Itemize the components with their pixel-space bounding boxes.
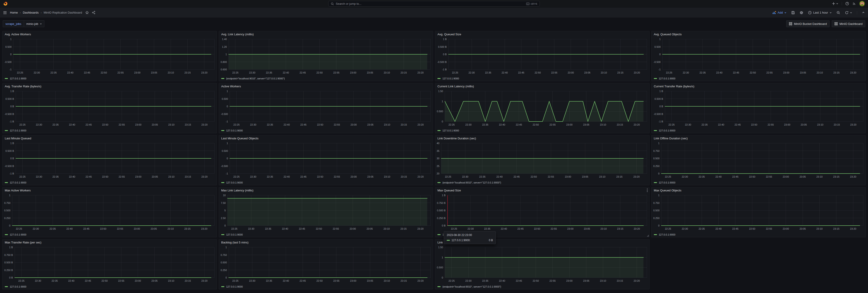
panel-title[interactable]: Avg. Queued Objects [654,33,682,36]
legend-series-label[interactable]: 127.0.0.1:9000 [10,77,26,80]
time-range-picker[interactable]: Last 1 hour [808,11,832,14]
new-button[interactable] [832,2,838,5]
legend-series-label[interactable]: 127.0.0.1:9000 [10,129,26,132]
panel-title[interactable]: Max Link Latency (millis) [221,189,253,192]
panel-chart[interactable]: 1.5010.500022:2522:3022:3522:4022:4522:5… [435,89,649,128]
legend-series-label[interactable]: 127.0.0.1:9000 [659,129,675,132]
legend-series-label[interactable]: 127.0.0.1:9000 [659,233,675,236]
legend-series-color[interactable] [5,286,8,287]
panel-chart[interactable]: 10.5000-0.500-122:2522:3022:3522:4022:45… [219,89,433,128]
panel-title[interactable]: Avg. Active Workers [5,33,31,36]
legend-series-label[interactable]: 127.0.0.1:9000 [10,181,26,184]
search-bar[interactable]: ctrl+k [328,1,540,6]
chart-canvas[interactable]: 1 B0.750 B0.500 B0.250 B0 B22:2522:3022:… [2,246,217,284]
chart-canvas[interactable]: 10.7500.5000.250022:2522:3022:3522:4022:… [652,141,866,180]
legend-series-color[interactable] [437,286,440,287]
help-button[interactable] [845,2,849,5]
panel-title[interactable]: Current Transfer Rate (bytes/s) [654,85,694,88]
panel-title[interactable]: Max Active Workers [5,189,31,192]
breadcrumb-dashboards[interactable]: Dashboards [23,11,39,14]
legend-series-color[interactable] [437,78,440,79]
panel-title[interactable]: Active Workers [221,85,241,88]
grafana-logo[interactable] [3,1,8,6]
chart-canvas[interactable]: 1.5010.500022:2522:3022:3522:4022:4522:5… [435,89,649,127]
panel-chart[interactable]: 10.7500.5000.250022:2522:3022:3522:4022:… [652,193,866,232]
legend-series-label[interactable]: 127.0.0.1:9000 [442,77,459,80]
dashboard-settings-button[interactable] [800,11,803,14]
panel-chart[interactable]: 1 B0.500 B0 B-0.500 B-1 B22:2522:3022:35… [652,89,866,128]
favorite-button[interactable] [85,11,89,14]
chart-canvas[interactable]: 403530252022:2522:3022:3522:4022:4522:50… [435,141,649,180]
panel-title[interactable]: Last Minute Queued Objects [221,137,258,140]
panel-title[interactable]: Max Queued Size [437,189,461,192]
panel-title[interactable]: Avg. Transfer Rate (bytes/s) [5,85,41,88]
news-button[interactable] [852,2,856,5]
legend-series-color[interactable] [437,130,440,131]
legend-series-label[interactable]: 127.0.0.1:9000 [226,181,243,184]
legend-series-color[interactable] [437,182,440,183]
panel-chart[interactable]: 1 B0.500 B0 B-0.500 B-1 B22:2522:3022:35… [2,89,217,128]
variable-label[interactable]: scrape_jobs [3,20,24,27]
link-minio-dashboard[interactable]: MinIO Dashboard [832,20,865,27]
panel-title[interactable]: Current Link Latency (millis) [437,85,474,88]
panel-chart[interactable]: 10.5000-0.500-122:2522:3022:3522:4022:45… [652,37,866,76]
legend-series-color[interactable] [221,234,224,235]
chart-canvas[interactable]: 1 B0.500 B0 B-0.500 B-1 B22:2522:3022:35… [2,141,217,180]
panel-chart[interactable]: 403530252022:2522:3022:3522:4022:4522:50… [435,141,649,180]
chart-canvas[interactable]: 1 B0.500 B0 B-0.500 B-1 B22:2522:3022:35… [435,37,649,75]
variable-value-dropdown[interactable]: minio-job [24,20,44,27]
panel-title[interactable]: Avg. Queued Size [437,33,461,36]
panel-chart[interactable]: 10.5000-0.500-122:2522:3022:3522:4022:45… [219,141,433,180]
panel-title[interactable]: Link Downtime Duration (sec) [437,137,476,140]
legend-series-color[interactable] [221,182,224,183]
panel-chart[interactable]: 1.5010.500022:2522:3022:3522:4022:4522:5… [435,246,649,284]
breadcrumb-home[interactable]: Home [10,11,18,14]
legend-series-color[interactable] [221,130,224,131]
legend-series-label[interactable]: {endpoint="localhost:9010", server="127.… [442,285,501,288]
chart-canvas[interactable]: 1.5010.500022:2522:3022:3522:4022:4522:5… [435,246,649,284]
legend-series-label[interactable]: 127.0.0.1:9000 [10,285,26,288]
chart-canvas[interactable]: 1 B0.500 B0 B-0.500 B-1 B22:2522:3022:35… [652,89,866,127]
legend-series-color[interactable] [5,78,8,79]
legend-series-label[interactable]: 127.0.0.1:9000 [659,77,675,80]
legend-series-color[interactable] [654,182,657,183]
panel-title[interactable]: Avg. Link Latency (millis) [221,33,254,36]
legend-series-label[interactable]: {endpoint="localhost:9010", server="127.… [226,77,285,80]
legend-series-label[interactable]: 127.0.0.1:9000 [226,233,243,236]
save-dashboard-button[interactable] [791,11,795,14]
panel-title[interactable]: Max Transfer Rate (per sec) [5,241,41,244]
link-minio-bucket-dashboard[interactable]: MinIO Bucket Dashboard [786,20,830,27]
chart-canvas[interactable]: 10.7500.5000.250022:2522:3022:3522:4022:… [219,246,433,284]
share-button[interactable] [92,11,95,14]
panel-title[interactable]: Last Minute Queued [5,137,31,140]
chart-canvas[interactable]: 1 B0.500 B0 B-0.500 B-1 B22:2522:3022:35… [2,89,217,127]
legend-series-color[interactable] [221,78,224,79]
chart-canvas[interactable]: 10.7500.5000.250022:2522:3022:3522:4022:… [652,193,866,231]
panel-chart[interactable]: 1 B0.500 B0 B-0.500 B-1 B22:2522:3022:35… [2,141,217,180]
refresh-button[interactable] [845,11,852,14]
legend-series-color[interactable] [221,286,224,287]
panel-chart[interactable]: 10.7500.5000.250022:2522:3022:3522:4022:… [652,141,866,180]
chart-canvas[interactable]: 10.5000-0.500-122:2522:3022:3522:4022:45… [652,37,866,75]
legend-series-color[interactable] [5,130,8,131]
legend-series-label[interactable]: 127.0.0.1:9000 [442,129,459,132]
chart-canvas[interactable]: 1 B0.750 B0.500 B0.250 B0 B22:2522:3022:… [435,193,649,231]
legend-series-color[interactable] [654,234,657,235]
legend-series-label[interactable]: 127.0.0.1:9000 [659,181,675,184]
panel-title[interactable]: Max Queued Objects [654,189,681,192]
chart-canvas[interactable]: 10.5000-0.500-122:2522:3022:3522:4022:45… [219,141,433,180]
legend-series-color[interactable] [5,182,8,183]
legend-series-color[interactable] [654,78,657,79]
panel-chart[interactable]: 10.7500.5000.250022:2522:3022:3522:4022:… [2,193,217,232]
panel-menu-button[interactable] [647,189,648,193]
panel-chart[interactable]: 107.5052.50022:2522:3022:3522:4022:4522:… [219,193,433,232]
legend-series-color[interactable] [5,234,8,235]
menu-toggle-button[interactable] [3,11,7,14]
chart-canvas[interactable]: 1.401.2010.8000.60022:2522:3022:3522:402… [219,37,433,75]
panel-chart[interactable]: 1 B0.750 B0.500 B0.250 B0 B22:2522:3022:… [2,246,217,284]
chart-canvas[interactable]: 10.7500.5000.250022:2522:3022:3522:4022:… [2,193,217,231]
legend-series-color[interactable] [437,234,440,235]
panel-chart[interactable]: 1 B0.750 B0.500 B0.250 B0 B22:2522:3022:… [435,193,649,232]
panel-chart[interactable]: 10.7500.5000.250022:2522:3022:3522:4022:… [219,246,433,284]
panel-chart[interactable]: 1.401.2010.8000.60022:2522:3022:3522:402… [219,37,433,76]
